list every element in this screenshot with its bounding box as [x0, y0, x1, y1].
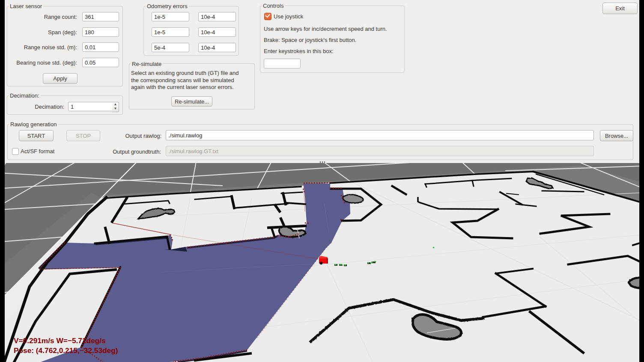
svg-text:V=0.291m/s W=−5.71deg/s: V=0.291m/s W=−5.71deg/s	[14, 336, 106, 345]
svg-text:Pose: (4.762,0.215,−32.53deg): Pose: (4.762,0.215,−32.53deg)	[14, 346, 118, 355]
